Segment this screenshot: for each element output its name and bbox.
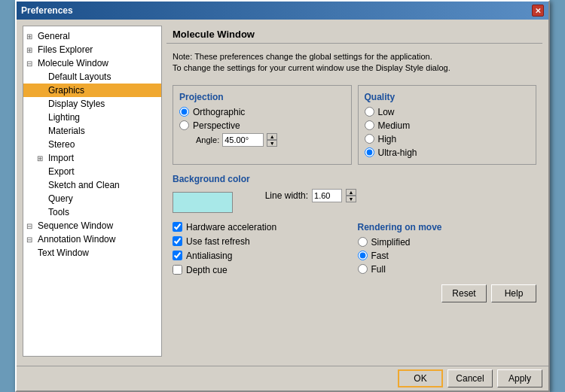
tree-item-export[interactable]: Export [23, 165, 161, 178]
quality-radio-group: LowMediumHighUltra-high [365, 107, 530, 158]
tree-item-graphics[interactable]: Graphics [23, 84, 161, 97]
quality-option-medium[interactable]: Medium [365, 120, 530, 131]
tree-item-label-export: Export [48, 166, 75, 177]
tree-panel: ⊞General⊞Files Explorer⊟Molecule WindowD… [23, 26, 162, 357]
rendering-radio-full[interactable] [358, 264, 368, 274]
quality-label-high: High [378, 134, 397, 144]
rendering-option-fast[interactable]: Fast [358, 251, 537, 261]
rendering-radio-fast[interactable] [358, 251, 368, 260]
quality-radio-low[interactable] [365, 107, 374, 117]
checkbox-depth-cue[interactable] [173, 265, 182, 275]
tree-item-files-explorer[interactable]: ⊞Files Explorer [23, 43, 161, 56]
orthographic-option[interactable]: Orthographic [179, 107, 345, 117]
checkbox-item-hw-accel[interactable]: Hardware acceleration [173, 222, 352, 232]
tree-item-annotation-window[interactable]: ⊟Annotation Window [23, 232, 161, 246]
tree-item-label-stereo: Stereo [48, 139, 75, 150]
rendering-label-simplified: Simplified [371, 237, 411, 248]
settings-area: Projection Orthographic Perspective Angl… [166, 85, 542, 165]
tree-item-label-materials: Materials [48, 126, 85, 136]
checkboxes-col: Hardware accelerationUse fast refreshAnt… [173, 222, 352, 275]
tree-item-default-layouts[interactable]: Default Layouts [23, 70, 161, 84]
angle-up[interactable]: ▲ [267, 133, 277, 140]
rendering-radio-simplified[interactable] [358, 237, 368, 247]
checkbox-item-depth-cue[interactable]: Depth cue [173, 265, 352, 275]
tree-item-label-text-window: Text Window [38, 248, 89, 258]
tree-item-general[interactable]: ⊞General [23, 29, 161, 43]
tree-item-query[interactable]: Query [23, 192, 161, 205]
rendering-radio-group: SimplifiedFastFull [358, 237, 537, 275]
perspective-radio[interactable] [179, 120, 189, 130]
quality-option-ultrahigh[interactable]: Ultra-high [365, 147, 530, 158]
tree-item-lighting[interactable]: Lighting [23, 111, 161, 124]
rendering-option-full[interactable]: Full [358, 264, 537, 275]
tree-item-label-import: Import [48, 153, 74, 163]
line-width-down[interactable]: ▼ [346, 196, 356, 202]
tree-item-label-annotation-window: Annotation Window [38, 234, 115, 245]
tree-item-molecule-window[interactable]: ⊟Molecule Window [23, 56, 161, 70]
quality-radio-ultra-high[interactable] [365, 147, 374, 157]
close-button[interactable]: ✕ [532, 5, 544, 17]
quality-section: Quality LowMediumHighUltra-high [358, 85, 537, 165]
tree-item-label-tools: Tools [48, 207, 69, 217]
quality-radio-medium[interactable] [365, 120, 374, 130]
title-bar: Preferences ✕ [17, 2, 548, 20]
rendering-option-simplified[interactable]: Simplified [358, 237, 537, 248]
tree-item-label-files-explorer: Files Explorer [38, 44, 93, 55]
tree-item-tools[interactable]: Tools [23, 205, 161, 219]
angle-input[interactable] [222, 133, 264, 147]
tree-item-label-sequence-window: Sequence Window [38, 220, 113, 231]
checkbox-item-antialiasing[interactable]: Antialiasing [173, 251, 352, 261]
tree-item-label-sketch-clean: Sketch and Clean [48, 180, 120, 190]
tree-item-label-molecule-window: Molecule Window [38, 58, 108, 68]
cancel-button[interactable]: Cancel [447, 369, 493, 387]
quality-option-low[interactable]: Low [365, 107, 530, 117]
preferences-window: Preferences ✕ ⊞General⊞Files Explorer⊟Mo… [15, 0, 550, 392]
help-button[interactable]: Help [491, 284, 536, 302]
ok-button[interactable]: OK [398, 369, 443, 387]
tree-item-text-window[interactable]: Text Window [23, 246, 161, 260]
tree-item-import[interactable]: ⊞Import [23, 151, 161, 165]
checkbox-item-fast-refresh[interactable]: Use fast refresh [173, 236, 352, 247]
reset-button[interactable]: Reset [441, 284, 487, 302]
color-swatch[interactable] [173, 192, 233, 213]
tree-item-materials[interactable]: Materials [23, 124, 161, 138]
checkbox-label-hw-accel: Hardware acceleration [186, 222, 276, 232]
expand-icon: ⊞ [26, 46, 35, 54]
orthographic-label: Orthographic [193, 107, 245, 117]
tree-item-sketch-clean[interactable]: Sketch and Clean [23, 178, 161, 192]
panel-title: Molecule Window [166, 26, 542, 44]
background-title: Background color [173, 174, 250, 184]
tree-item-label-default-layouts: Default Layouts [48, 71, 111, 82]
window-title: Preferences [21, 5, 73, 16]
tree-item-stereo[interactable]: Stereo [23, 138, 161, 151]
quality-option-high[interactable]: High [365, 134, 530, 144]
rendering-title: Rendering on move [358, 222, 537, 232]
line-width-input[interactable] [312, 189, 342, 202]
tree-item-label-general: General [38, 31, 70, 41]
angle-down[interactable]: ▼ [267, 140, 277, 147]
quality-radio-high[interactable] [365, 134, 374, 144]
checkbox-antialiasing[interactable] [173, 251, 182, 260]
perspective-option[interactable]: Perspective [179, 120, 345, 131]
background-section: Background color [173, 174, 250, 213]
checkbox-hw-accel[interactable] [173, 222, 182, 232]
orthographic-radio[interactable] [179, 107, 189, 117]
rendering-label-fast: Fast [371, 251, 389, 261]
main-content: ⊞General⊞Files Explorer⊟Molecule WindowD… [17, 20, 548, 363]
tree-item-label-query: Query [48, 193, 73, 204]
checkbox-fast-refresh[interactable] [173, 236, 182, 246]
line-width-up[interactable]: ▲ [346, 189, 356, 196]
checkbox-label-depth-cue: Depth cue [186, 265, 228, 275]
tree-item-sequence-window[interactable]: ⊟Sequence Window [23, 219, 161, 232]
quality-label-medium: Medium [378, 120, 411, 131]
projection-title: Projection [179, 92, 345, 102]
line-width-label: Line width: [265, 190, 308, 201]
note-text: Note: These preferences change the globa… [166, 48, 542, 81]
apply-button[interactable]: Apply [497, 369, 542, 387]
tree-item-display-styles[interactable]: Display Styles [23, 97, 161, 111]
expand-icon: ⊟ [26, 59, 35, 68]
expand-icon: ⊞ [26, 32, 35, 41]
line-width-spinner: ▲ ▼ [346, 189, 356, 202]
angle-label: Angle: [196, 135, 219, 144]
reset-help-row: Reset Help [166, 280, 542, 307]
